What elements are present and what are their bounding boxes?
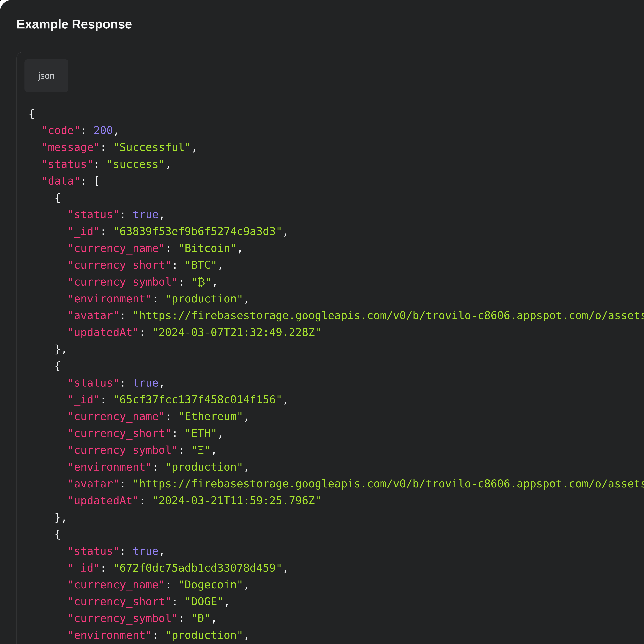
example-response-card: Example Response json { "code": 200, "me… [0,0,644,644]
language-badge: json [24,59,68,92]
code-content: { "code": 200, "message": "Successful", … [28,105,644,644]
page-title: Example Response [16,17,132,31]
page: Example Response json { "code": 200, "me… [0,0,644,644]
